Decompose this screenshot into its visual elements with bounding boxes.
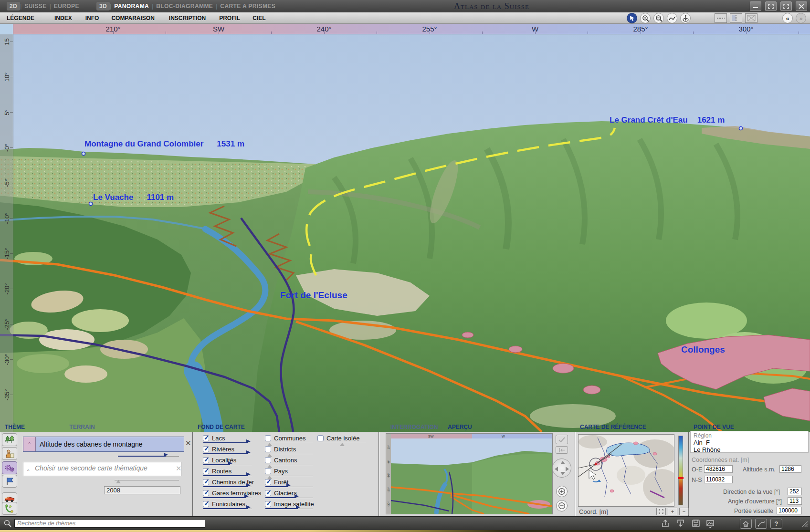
home-view-button[interactable] [740, 519, 752, 529]
apply-preview-button[interactable] [556, 435, 568, 444]
menu-ciel[interactable]: CIEL [252, 13, 265, 23]
image-export-button[interactable] [706, 519, 715, 528]
oe-field[interactable] [704, 465, 733, 473]
fond-de-carte-title: FOND DE CARTE [198, 424, 245, 430]
thematic-map-opacity-slider[interactable] [118, 453, 179, 460]
tab-carte-a-prismes[interactable]: CARTE A PRISMES [217, 2, 278, 10]
minimize-icon [753, 4, 758, 9]
theme-economy-button[interactable] [2, 461, 17, 474]
import-button[interactable] [676, 519, 686, 528]
menu-info[interactable]: INFO [85, 13, 99, 23]
pan-down-arrow-icon[interactable] [560, 472, 565, 475]
second-map-clear-button[interactable]: ✕ [176, 465, 182, 472]
zoom-in-tool-button[interactable] [640, 13, 651, 23]
preview-pan-pad[interactable] [552, 459, 571, 478]
link-tool-button[interactable] [755, 519, 767, 529]
preview-zoom-out-button[interactable] [556, 500, 568, 511]
place-label-collonges: Collonges [681, 344, 725, 355]
preview-zoom-in-button[interactable] [556, 486, 568, 497]
export-button[interactable] [661, 519, 671, 528]
tab-interrogation[interactable]: INTERROGATION [386, 422, 442, 432]
refmap-zoom-in-button[interactable]: + [668, 508, 677, 515]
pan-left-arrow-icon[interactable] [555, 467, 558, 471]
slider-handle[interactable] [116, 478, 121, 483]
layer-slider-funiculaires[interactable] [203, 505, 252, 512]
second-thematic-map-select[interactable]: ⌃ Choisir une seconde carte thématique [23, 462, 181, 476]
layout-single-button[interactable] [715, 13, 727, 23]
portee-field[interactable] [777, 507, 802, 514]
reset-preview-button[interactable] [556, 446, 568, 454]
resize-grip[interactable] [801, 521, 809, 528]
pan-up-arrow-icon[interactable] [560, 461, 565, 464]
theme-nature-button[interactable] [2, 433, 17, 446]
restore-button[interactable] [765, 1, 777, 11]
zoom-out-tool-button[interactable] [653, 13, 664, 23]
reference-title: CARTE DE RÉFÉRENCE [580, 424, 646, 430]
fond-de-carte-panel: FOND DE CARTE Lacs Rivières Localités Ro… [193, 422, 379, 516]
layout-split-button[interactable] [730, 13, 742, 23]
theme-energy-button[interactable] [2, 502, 17, 515]
close-button[interactable] [796, 1, 807, 11]
skip-back-icon [558, 448, 565, 452]
layer-slider-image-satellite[interactable] [265, 505, 313, 512]
history-back-button[interactable]: « [782, 13, 793, 23]
direction-field[interactable] [788, 488, 802, 495]
ns-field[interactable] [704, 476, 733, 483]
minimize-button[interactable] [750, 1, 761, 11]
panorama-view[interactable]: 15 10° 5° -0° -5° -10° -15° -20° -25° -3… [0, 34, 810, 432]
menu-index[interactable]: INDEX [54, 13, 72, 23]
tab-terrain[interactable]: TERRAIN [53, 422, 111, 432]
tab-3d[interactable]: 3D [96, 2, 110, 10]
menu-inscription[interactable]: INSCRIPTION [169, 13, 206, 23]
tab-apercu[interactable]: APERÇU [443, 422, 486, 432]
combo-expand-icon[interactable]: ⌃ [23, 462, 33, 476]
tab-theme[interactable]: THÈME [0, 422, 53, 432]
peak-name: Montagne du Grand Colombier [84, 139, 203, 148]
theme-society-button[interactable] [2, 447, 17, 460]
combo-expand-icon[interactable]: ⌃ [23, 437, 36, 451]
altitude-field[interactable] [779, 465, 801, 473]
angle-field[interactable] [788, 497, 802, 505]
profile-tool-button[interactable] [667, 13, 677, 23]
app-title: Atlas de la Suisse [420, 1, 563, 11]
menu-legende[interactable]: LÉGENDE [7, 13, 34, 23]
coord-label: Coord. [m] [579, 508, 608, 515]
history-forward-button[interactable]: » [796, 13, 806, 23]
maximize-button[interactable] [780, 1, 792, 11]
slider-track[interactable] [115, 480, 179, 480]
layout-close-button[interactable] [745, 13, 757, 23]
elevation-ruler: 15 10° 5° -0° -5° -10° -15° -20° -25° -3… [0, 34, 13, 432]
menu-comparaison[interactable]: COMPARAISON [111, 13, 154, 23]
save-button[interactable] [692, 519, 701, 528]
tab-bloc-diagramme[interactable]: BLOC-DIAGRAMME [153, 2, 216, 10]
panorama-preview[interactable]: SW W 10° -0° -10° -20° -30° [386, 433, 553, 514]
thematic-map-select[interactable]: ⌃ Altitude des cabanes de montagne [23, 437, 184, 452]
layer-slider-carte-isolee[interactable] [318, 439, 366, 447]
reference-map[interactable] [578, 434, 674, 507]
refmap-extent-button[interactable] [656, 508, 666, 515]
oe-label: O-E [692, 466, 702, 473]
slider-handle[interactable] [164, 453, 168, 457]
refmap-zoom-out-button[interactable]: − [679, 508, 689, 515]
theme-search-input[interactable] [14, 519, 205, 528]
pan-tool-button[interactable] [627, 13, 637, 23]
help-button[interactable]: ? [770, 519, 782, 529]
menu-profil[interactable]: PROFIL [219, 13, 240, 23]
close-icon [799, 4, 804, 9]
thematic-map-clear-button[interactable]: ✕ [185, 439, 191, 447]
preview-map: SW W 10° -0° -10° -20° -30° [386, 434, 552, 514]
tab-suisse[interactable]: SUISSE [21, 2, 49, 10]
peak-name: Le Vuache [93, 193, 133, 202]
tab-2d[interactable]: 2D [7, 2, 20, 10]
pan-right-arrow-icon[interactable] [566, 467, 569, 471]
place-label-fort-de-lecluse: Fort de l'Ecluse [280, 290, 347, 301]
viewpoint-tool-button[interactable] [680, 13, 691, 23]
second-map-opacity-slider[interactable] [115, 477, 179, 484]
summit-marker-colombier [82, 152, 85, 156]
theme-state-button[interactable] [2, 475, 17, 488]
panorama-map[interactable] [0, 34, 810, 432]
tab-panorama[interactable]: PANORAMA [111, 2, 152, 10]
svg-text:10°: 10° [387, 445, 390, 449]
tab-europe[interactable]: EUROPE [51, 2, 82, 10]
year-field[interactable] [104, 486, 180, 494]
